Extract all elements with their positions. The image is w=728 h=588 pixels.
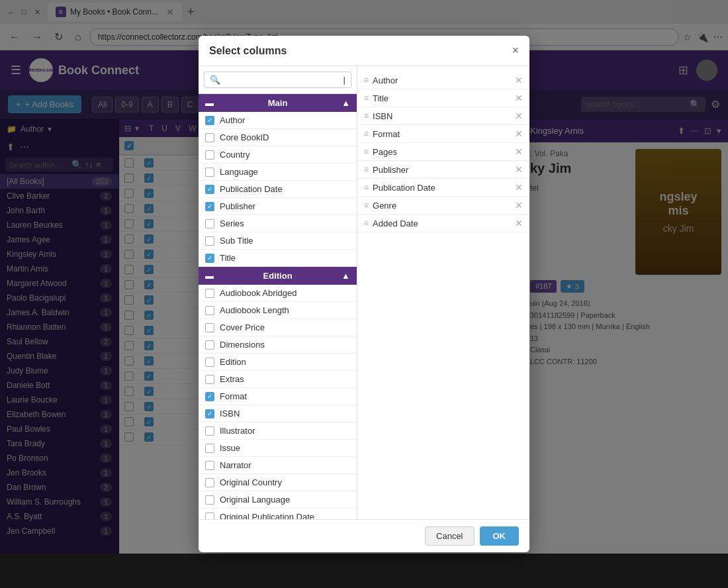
remove-column-button[interactable]: ✕ — [515, 182, 523, 193]
remove-column-button[interactable]: ✕ — [515, 200, 523, 211]
column-checkbox[interactable] — [205, 461, 214, 470]
main-column-item[interactable]: Language — [199, 164, 357, 181]
column-checkbox[interactable] — [205, 219, 214, 228]
column-checkbox[interactable] — [205, 478, 214, 487]
selected-column-item: ≡ Added Date ✕ — [357, 215, 529, 232]
column-item-label: Country — [220, 150, 250, 160]
selected-col-label: ISBN — [373, 111, 511, 121]
selected-column-item: ≡ Title ✕ — [357, 89, 529, 107]
modal-body: 🔍 | ▬ Main ▲ ✓ Author Core BookID — [199, 66, 529, 519]
drag-handle-icon[interactable]: ≡ — [364, 147, 369, 156]
edition-column-item[interactable]: Illustrator — [199, 422, 357, 440]
column-checkbox[interactable] — [205, 289, 214, 298]
column-checkbox[interactable]: ✓ — [205, 409, 214, 418]
section-collapse-icon: ▬ — [205, 98, 214, 108]
selected-column-item: ≡ Publication Date ✕ — [357, 179, 529, 197]
edition-column-item[interactable]: Audiobook Abridged — [199, 285, 357, 302]
selected-col-label: Publisher — [373, 165, 511, 175]
column-checkbox[interactable] — [205, 513, 214, 520]
column-item-label: ISBN — [220, 409, 240, 418]
main-section-items: ✓ Author Core BookID Country Language ✓ … — [199, 112, 357, 267]
remove-column-button[interactable]: ✕ — [515, 218, 523, 228]
remove-column-button[interactable]: ✕ — [515, 93, 523, 103]
edition-column-item[interactable]: Narrator — [199, 457, 357, 474]
drag-handle-icon[interactable]: ≡ — [364, 75, 369, 85]
column-checkbox[interactable]: ✓ — [205, 392, 214, 401]
drag-handle-icon[interactable]: ≡ — [364, 129, 369, 138]
column-checkbox[interactable] — [205, 426, 214, 436]
modal-overlay[interactable]: Select columns × 🔍 | ▬ Main — [0, 0, 728, 588]
ok-button[interactable]: OK — [480, 526, 520, 546]
select-columns-modal: Select columns × 🔍 | ▬ Main — [199, 36, 529, 552]
column-checkbox[interactable]: ✓ — [205, 254, 214, 263]
column-item-label: Extras — [220, 374, 244, 384]
column-checkbox[interactable] — [205, 150, 214, 160]
main-column-item[interactable]: Country — [199, 146, 357, 164]
main-section-header[interactable]: ▬ Main ▲ — [199, 94, 357, 112]
edition-column-item[interactable]: Original Country — [199, 474, 357, 491]
column-checkbox[interactable] — [205, 236, 214, 246]
drag-handle-icon[interactable]: ≡ — [364, 183, 369, 192]
drag-handle-icon[interactable]: ≡ — [364, 219, 369, 228]
modal-search-input[interactable] — [224, 75, 340, 85]
selected-column-item: ≡ Publisher ✕ — [357, 161, 529, 179]
selected-col-label: Added Date — [373, 219, 511, 228]
main-column-item[interactable]: Series — [199, 215, 357, 232]
drag-handle-icon[interactable]: ≡ — [364, 201, 369, 210]
selected-col-label: Format — [373, 129, 511, 139]
column-item-label: Audiobook Length — [220, 305, 289, 315]
main-section-label: Main — [268, 98, 288, 108]
column-item-label: Original Language — [220, 495, 290, 505]
drag-handle-icon[interactable]: ≡ — [364, 111, 369, 121]
main-column-item[interactable]: ✓ Title — [199, 250, 357, 267]
column-checkbox[interactable] — [205, 306, 214, 315]
edition-column-item[interactable]: Audiobook Length — [199, 302, 357, 319]
remove-column-button[interactable]: ✕ — [515, 111, 523, 121]
column-item-label: Dimensions — [220, 340, 265, 350]
edition-column-item[interactable]: Original Publication Date — [199, 509, 357, 519]
column-checkbox[interactable] — [205, 375, 214, 384]
column-item-label: Original Publication Date — [220, 512, 314, 519]
edition-column-item[interactable]: ✓ Format — [199, 388, 357, 405]
column-checkbox[interactable]: ✓ — [205, 116, 214, 125]
edition-column-item[interactable]: ✓ ISBN — [199, 405, 357, 422]
edition-column-item[interactable]: Cover Price — [199, 319, 357, 336]
drag-handle-icon[interactable]: ≡ — [364, 93, 369, 103]
main-column-item[interactable]: ✓ Publisher — [199, 198, 357, 215]
edition-column-item[interactable]: Original Language — [199, 491, 357, 509]
drag-handle-icon[interactable]: ≡ — [364, 165, 369, 174]
modal-close-button[interactable]: × — [512, 44, 519, 58]
column-checkbox[interactable] — [205, 495, 214, 505]
modal-footer: Cancel OK — [199, 519, 529, 552]
chevron-up-icon: ▲ — [341, 98, 350, 108]
main-column-item[interactable]: Sub Title — [199, 232, 357, 250]
column-checkbox[interactable]: ✓ — [205, 185, 214, 194]
edition-column-item[interactable]: Dimensions — [199, 336, 357, 354]
chevron-up-icon-edition: ▲ — [341, 271, 350, 281]
column-checkbox[interactable] — [205, 323, 214, 332]
column-checkbox[interactable] — [205, 444, 214, 453]
edition-column-item[interactable]: Extras — [199, 371, 357, 388]
remove-column-button[interactable]: ✕ — [515, 146, 523, 157]
section-collapse-icon-edition: ▬ — [205, 271, 214, 281]
column-checkbox[interactable] — [205, 340, 214, 350]
column-checkbox[interactable] — [205, 168, 214, 177]
main-column-item[interactable]: ✓ Publication Date — [199, 181, 357, 198]
column-item-label: Format — [220, 391, 247, 401]
remove-column-button[interactable]: ✕ — [515, 128, 523, 139]
main-column-item[interactable]: Core BookID — [199, 129, 357, 146]
main-column-item[interactable]: ✓ Author — [199, 112, 357, 129]
column-item-label: Title — [220, 253, 236, 263]
edition-column-item[interactable]: Issue — [199, 440, 357, 457]
column-checkbox[interactable] — [205, 133, 214, 142]
edition-column-item[interactable]: Edition — [199, 354, 357, 371]
column-item-label: Audiobook Abridged — [220, 288, 296, 298]
column-checkbox[interactable]: ✓ — [205, 202, 214, 211]
remove-column-button[interactable]: ✕ — [515, 75, 523, 85]
remove-column-button[interactable]: ✕ — [515, 164, 523, 175]
selected-column-item: ≡ Format ✕ — [357, 125, 529, 143]
edition-section-header[interactable]: ▬ Edition ▲ — [199, 267, 357, 285]
cancel-button[interactable]: Cancel — [425, 526, 474, 546]
column-checkbox[interactable] — [205, 358, 214, 367]
column-item-label: Original Country — [220, 477, 282, 487]
